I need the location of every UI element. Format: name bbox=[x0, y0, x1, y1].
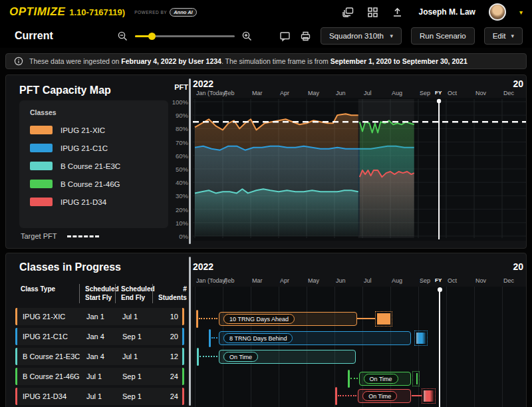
month-label: Dec bbox=[503, 277, 514, 284]
legend-swatch bbox=[30, 180, 53, 188]
gantt-plot: 10 TRNG Days Ahead 8 TRNG Days Behind On… bbox=[193, 287, 527, 407]
timeline-scroll-handle[interactable] bbox=[189, 78, 191, 244]
user-name: Joseph M. Law bbox=[419, 7, 475, 17]
legend-item[interactable]: IPUG 21-XIC bbox=[30, 126, 158, 134]
month-label: Oct bbox=[448, 277, 457, 284]
avatar[interactable] bbox=[489, 3, 506, 21]
cell-students: 24 bbox=[154, 392, 182, 400]
lead-dotted-connector bbox=[350, 378, 358, 379]
column-header: Scheduled Start Fly bbox=[79, 284, 115, 303]
zoom-in-icon[interactable] bbox=[241, 31, 253, 42]
gantt-bar[interactable]: On Time bbox=[219, 350, 356, 364]
table-row[interactable]: IPUG 21-D34 Jul 1 Sep 1 24 bbox=[15, 388, 184, 405]
timeline-zoom-slider[interactable] bbox=[135, 35, 235, 37]
cell-start-fly: Jul 1 bbox=[81, 372, 117, 380]
lead-dotted-connector bbox=[211, 337, 217, 339]
timeline-scroll-handle[interactable] bbox=[189, 257, 191, 406]
status-badge: On Time bbox=[364, 374, 398, 384]
legend-label: IPUG 21-C1C bbox=[61, 144, 108, 152]
column-header: Class Type bbox=[15, 284, 79, 303]
end-block[interactable] bbox=[412, 371, 420, 386]
zoom-out-icon[interactable] bbox=[117, 31, 128, 42]
classes-in-progress-panel: Classes in Progress Class TypeScheduled … bbox=[5, 253, 527, 407]
year-row: 202220 bbox=[193, 261, 523, 272]
gridline bbox=[223, 287, 223, 407]
legend-item[interactable]: B Course 21-E3C bbox=[30, 162, 158, 170]
slider-thumb[interactable] bbox=[148, 33, 156, 40]
pft-plot bbox=[193, 98, 527, 243]
cell-students: 12 bbox=[154, 352, 182, 360]
gantt-bar[interactable]: 10 TRNG Days Ahead bbox=[219, 312, 356, 326]
year-row: 202220 bbox=[193, 78, 523, 89]
legend-item[interactable]: IPUG 21-D34 bbox=[30, 198, 158, 206]
gantt-bar[interactable]: 8 TRNG Days Behind bbox=[219, 331, 411, 345]
run-scenario-button[interactable]: Run Scenario bbox=[411, 27, 475, 45]
classes-table: IPUG 21-XIC Jan 1 Jul 1 10 IPUG 21-C1C J… bbox=[15, 308, 184, 407]
cell-end-fly: Sep 1 bbox=[117, 392, 154, 400]
column-header: # Students bbox=[152, 284, 190, 303]
cell-class-type: IPUG 21-C1C bbox=[17, 333, 81, 340]
pft-panel-title: PFT Capacity Map bbox=[19, 84, 111, 96]
cell-students: 20 bbox=[154, 333, 182, 340]
cell-end-fly: Jul 1 bbox=[117, 313, 154, 321]
month-label: Jul bbox=[364, 277, 372, 284]
cell-start-fly: Jan 4 bbox=[81, 333, 117, 340]
y-tick-label: 90% bbox=[176, 112, 188, 119]
month-label: Aug bbox=[392, 90, 402, 96]
month-label: May bbox=[308, 90, 319, 96]
print-icon[interactable] bbox=[300, 31, 311, 42]
month-label: Feb bbox=[224, 277, 235, 284]
legend-label: IPUG 21-XIC bbox=[61, 126, 105, 134]
annoai-badge: Anno AI bbox=[170, 8, 196, 17]
month-label: Jan (Today) bbox=[196, 277, 227, 284]
pft-chart-area: 202220 Jan (Today)FebMarAprMayJunJulAugS… bbox=[189, 75, 526, 248]
chevron-down-icon: ▾ bbox=[390, 33, 393, 39]
month-label: Feb bbox=[224, 90, 235, 96]
gridline bbox=[251, 287, 251, 407]
end-block[interactable] bbox=[375, 311, 392, 327]
end-block[interactable] bbox=[422, 388, 436, 404]
cell-class-type: B Course 21-46G bbox=[17, 372, 81, 380]
table-row[interactable]: B Course 21-E3C Jan 4 Jul 1 12 bbox=[15, 348, 184, 365]
gantt-bar[interactable]: On Time bbox=[358, 389, 411, 403]
month-label: Aug bbox=[392, 277, 402, 284]
year-label-clipped: 20 bbox=[513, 78, 523, 89]
table-row[interactable]: IPUG 21-XIC Jan 1 Jul 1 10 bbox=[15, 308, 184, 325]
fiscal-year-line bbox=[439, 288, 440, 407]
legend-item[interactable]: B Course 21-46G bbox=[30, 180, 158, 188]
y-tick-label: 60% bbox=[176, 152, 188, 160]
cell-end-fly: Sep 1 bbox=[117, 333, 154, 340]
legend-item[interactable]: IPUG 21-C1C bbox=[30, 144, 158, 152]
month-label: Nov bbox=[475, 277, 486, 284]
user-menu-chevron-down-icon[interactable]: ▾ bbox=[519, 9, 523, 16]
status-badge: On Time bbox=[362, 391, 397, 401]
cell-end-fly: Jul 1 bbox=[117, 352, 154, 360]
month-label: Apr bbox=[280, 277, 289, 284]
fiscal-year-label: FY bbox=[435, 277, 442, 283]
target-pft-row: Target PFT bbox=[21, 232, 99, 240]
gridline bbox=[307, 287, 307, 407]
edit-button[interactable]: Edit ▾ bbox=[484, 27, 523, 45]
schedule-start-tick bbox=[196, 310, 198, 328]
legend-swatch bbox=[30, 198, 53, 206]
end-block[interactable] bbox=[414, 331, 428, 346]
table-row[interactable]: IPUG 21-C1C Jan 4 Sep 1 20 bbox=[15, 328, 184, 345]
comment-icon[interactable] bbox=[279, 31, 291, 42]
y-tick-label: 50% bbox=[176, 166, 188, 173]
app-header: OPTIMIZE 1.10-7167119) POWERED BY Anno A… bbox=[0, 0, 532, 24]
schedule-start-tick bbox=[335, 387, 337, 405]
month-label: May bbox=[308, 277, 319, 284]
cascade-windows-icon[interactable] bbox=[342, 7, 354, 18]
gantt-bar[interactable]: On Time bbox=[359, 372, 412, 386]
pft-y-axis: 100%90%80%70%60%50%40%30%20%10%0% bbox=[163, 98, 188, 241]
grid-icon[interactable] bbox=[367, 7, 378, 18]
schedule-start-tick bbox=[197, 348, 199, 366]
table-row[interactable]: B Course 21-46G Jul 1 Sep 1 24 bbox=[15, 368, 184, 385]
view-title: Current bbox=[15, 30, 53, 42]
squadron-select[interactable]: Squadron 310th ▾ bbox=[321, 27, 402, 45]
month-label: Nov bbox=[475, 90, 486, 96]
gantt-chart-area: 202220 Jan (Today)FebMarAprMayJunJulAugS… bbox=[189, 253, 526, 407]
squadron-select-value: Squadron 310th bbox=[329, 32, 384, 40]
upload-icon[interactable] bbox=[392, 7, 403, 18]
pft-capacity-panel: PFT Capacity Map Classes IPUG 21-XIC IPU… bbox=[5, 74, 527, 249]
